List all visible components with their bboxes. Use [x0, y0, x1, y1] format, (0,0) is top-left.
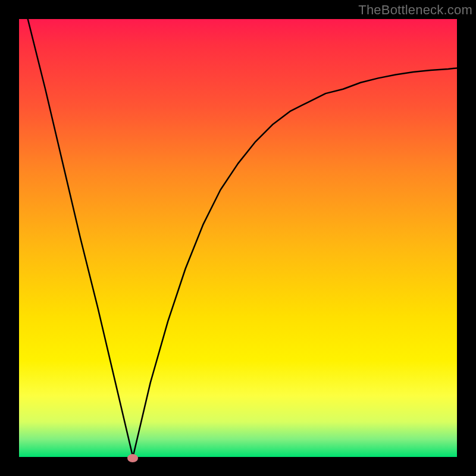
watermark-text: TheBottleneck.com: [358, 2, 472, 18]
plot-area: [19, 19, 457, 457]
curve-path: [28, 19, 457, 457]
curve-minimum-marker: [127, 454, 138, 462]
chart-curve: [19, 19, 457, 457]
chart-container: TheBottleneck.com: [0, 0, 476, 476]
